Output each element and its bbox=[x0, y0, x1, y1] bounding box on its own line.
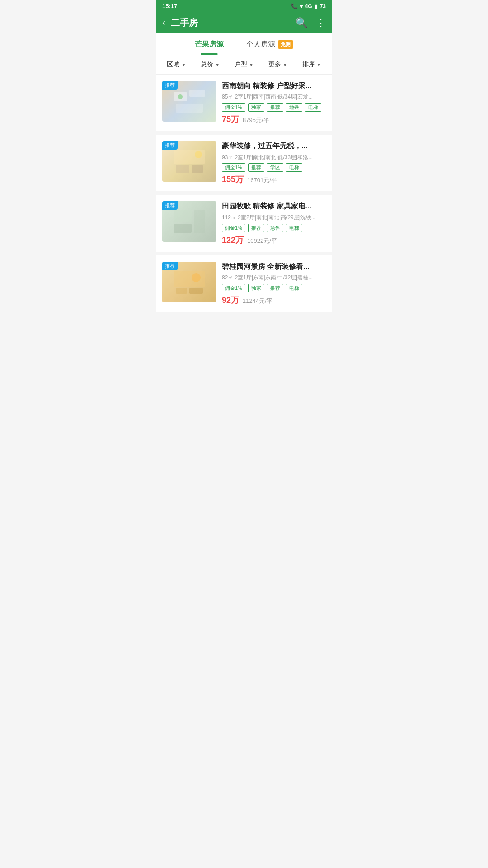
app-header: ‹ 二手房 🔍 ⋮ bbox=[156, 12, 332, 33]
svg-rect-2 bbox=[176, 104, 203, 113]
back-button[interactable]: ‹ bbox=[162, 17, 165, 29]
listing-price-main: 75万 bbox=[222, 114, 239, 125]
listing-price-main: 122万 bbox=[222, 235, 244, 245]
listing-price: 75万 8795元/平 bbox=[222, 114, 326, 125]
status-time: 15:17 bbox=[162, 3, 177, 9]
filter-price[interactable]: 总价 ▼ bbox=[201, 61, 220, 69]
listing-price-per-sqm: 16701元/平 bbox=[247, 176, 277, 184]
listing-info: 西南朝向 精装修 户型好采... 85㎡ 2室1厅|西南|西南|低/34层|宏发… bbox=[222, 81, 326, 125]
filter-bar: 区域 ▼ 总价 ▼ 户型 ▼ 更多 ▼ 排序 ▼ bbox=[156, 55, 332, 75]
listing-tag: 推荐 bbox=[248, 163, 264, 172]
listing-card[interactable]: 推荐 豪华装修，过五年无税，... 93㎡ 2室1厅|南北|南北|低/33层|和… bbox=[156, 135, 332, 191]
listing-tag: 电梯 bbox=[286, 224, 302, 232]
tab-personal-badge: 免佣 bbox=[278, 40, 293, 49]
listing-tag: 电梯 bbox=[286, 163, 302, 172]
svg-rect-13 bbox=[189, 288, 203, 294]
filter-sort[interactable]: 排序 ▼ bbox=[302, 61, 321, 69]
header-actions: 🔍 ⋮ bbox=[296, 17, 326, 29]
tab-personal-listings[interactable]: 个人房源 免佣 bbox=[246, 40, 293, 55]
listing-tag: 推荐 bbox=[267, 284, 283, 292]
listing-price-per-sqm: 8795元/平 bbox=[243, 116, 269, 124]
svg-rect-5 bbox=[176, 165, 189, 173]
svg-rect-9 bbox=[194, 210, 205, 233]
room-svg bbox=[171, 88, 207, 115]
svg-point-7 bbox=[195, 151, 202, 158]
filter-type[interactable]: 户型 ▼ bbox=[235, 61, 253, 69]
listing-meta: 82㎡ 2室1厅|东南|东南|中/32层|碧桂... bbox=[222, 274, 326, 282]
listing-tag: 佣金1% bbox=[222, 224, 245, 232]
more-menu-button[interactable]: ⋮ bbox=[316, 17, 326, 29]
svg-rect-12 bbox=[176, 288, 187, 294]
listing-tags: 佣金1%推荐急售电梯 bbox=[222, 224, 326, 232]
listing-tags: 佣金1%独家推荐电梯 bbox=[222, 284, 326, 292]
signal-icon: 4G bbox=[305, 3, 312, 9]
listing-tag: 电梯 bbox=[305, 103, 321, 112]
listing-title: 豪华装修，过五年无税，... bbox=[222, 141, 326, 151]
listing-tag: 佣金1% bbox=[222, 103, 245, 112]
listings-container: 推荐 西南朝向 精装修 户型好采... 85㎡ 2室1厅|西南|西南|低/34层… bbox=[156, 75, 332, 312]
svg-point-14 bbox=[192, 273, 201, 282]
listing-price: 155万 16701元/平 bbox=[222, 174, 326, 185]
listing-info: 田园牧歌 精装修 家具家电... 112㎡ 2室2厅|南北|南北|高/29层|沈… bbox=[222, 201, 326, 245]
tab-mango-listings[interactable]: 芒果房源 bbox=[195, 40, 224, 55]
filter-type-label: 户型 bbox=[235, 61, 247, 69]
status-icons: 📞 ▾ 4G ▮ 73 bbox=[291, 3, 326, 9]
filter-sort-arrow: ▼ bbox=[317, 62, 321, 67]
filter-sort-label: 排序 bbox=[302, 61, 315, 69]
svg-rect-10 bbox=[174, 224, 192, 233]
listing-tag: 地铁 bbox=[286, 103, 302, 112]
listing-tags: 佣金1%推荐学区电梯 bbox=[222, 163, 326, 172]
listing-title: 西南朝向 精装修 户型好采... bbox=[222, 81, 326, 91]
listing-card[interactable]: 推荐 田园牧歌 精装修 家具家电... 112㎡ 2室2厅|南北|南北|高/29… bbox=[156, 195, 332, 251]
listing-tag: 独家 bbox=[248, 103, 264, 112]
listing-tag: 佣金1% bbox=[222, 284, 245, 292]
listing-meta: 112㎡ 2室2厅|南北|南北|高/29层|沈铁... bbox=[222, 214, 326, 222]
listing-card[interactable]: 推荐 碧桂园河景房 全新装修看... 82㎡ 2室1厅|东南|东南|中/32层|… bbox=[156, 255, 332, 312]
phone-icon: 📞 bbox=[291, 3, 298, 9]
listing-title: 碧桂园河景房 全新装修看... bbox=[222, 262, 326, 272]
listing-tag: 急售 bbox=[267, 224, 283, 232]
svg-rect-1 bbox=[189, 90, 205, 97]
listing-tag: 佣金1% bbox=[222, 163, 245, 172]
filter-more[interactable]: 更多 ▼ bbox=[268, 61, 287, 69]
battery-icon: ▮ bbox=[314, 3, 318, 9]
listing-price-main: 155万 bbox=[222, 174, 244, 185]
svg-rect-8 bbox=[174, 210, 192, 222]
listing-tag: 电梯 bbox=[286, 284, 302, 292]
listing-tag: 独家 bbox=[248, 284, 264, 292]
filter-type-arrow: ▼ bbox=[249, 62, 253, 67]
filter-area-arrow: ▼ bbox=[181, 62, 186, 67]
listing-price-main: 92万 bbox=[222, 295, 239, 306]
wifi-icon: ▾ bbox=[300, 3, 303, 9]
battery-level: 73 bbox=[320, 3, 326, 9]
listing-info: 碧桂园河景房 全新装修看... 82㎡ 2室1厅|东南|东南|中/32层|碧桂.… bbox=[222, 262, 326, 306]
listing-recommend-badge: 推荐 bbox=[162, 141, 178, 150]
svg-rect-6 bbox=[192, 165, 203, 173]
listing-card[interactable]: 推荐 西南朝向 精装修 户型好采... 85㎡ 2室1厅|西南|西南|低/34层… bbox=[156, 75, 332, 131]
listing-price: 92万 11244元/平 bbox=[222, 295, 326, 306]
listing-price-per-sqm: 10922元/平 bbox=[247, 237, 277, 245]
room-svg bbox=[171, 208, 207, 235]
listing-recommend-badge: 推荐 bbox=[162, 262, 178, 270]
listing-tag: 推荐 bbox=[248, 224, 264, 232]
room-svg bbox=[171, 148, 207, 175]
page-title: 二手房 bbox=[171, 17, 290, 29]
filter-more-label: 更多 bbox=[268, 61, 281, 69]
listing-recommend-badge: 推荐 bbox=[162, 81, 178, 90]
listing-image-wrap: 推荐 bbox=[162, 262, 216, 302]
filter-price-arrow: ▼ bbox=[215, 62, 220, 67]
search-button[interactable]: 🔍 bbox=[296, 17, 308, 29]
tab-personal-label: 个人房源 bbox=[246, 40, 275, 49]
filter-area[interactable]: 区域 ▼ bbox=[167, 61, 186, 69]
listing-info: 豪华装修，过五年无税，... 93㎡ 2室1厅|南北|南北|低/33层|和泓..… bbox=[222, 141, 326, 185]
listing-image-wrap: 推荐 bbox=[162, 201, 216, 242]
filter-more-arrow: ▼ bbox=[283, 62, 287, 67]
svg-point-3 bbox=[178, 94, 183, 99]
tab-bar: 芒果房源 个人房源 免佣 bbox=[156, 33, 332, 55]
listing-tag: 推荐 bbox=[267, 103, 283, 112]
tab-mango-label: 芒果房源 bbox=[195, 40, 224, 49]
status-bar: 15:17 📞 ▾ 4G ▮ 73 bbox=[156, 0, 332, 12]
listing-image-wrap: 推荐 bbox=[162, 81, 216, 122]
listing-meta: 85㎡ 2室1厅|西南|西南|低/34层|宏发... bbox=[222, 93, 326, 101]
room-svg bbox=[171, 269, 207, 296]
